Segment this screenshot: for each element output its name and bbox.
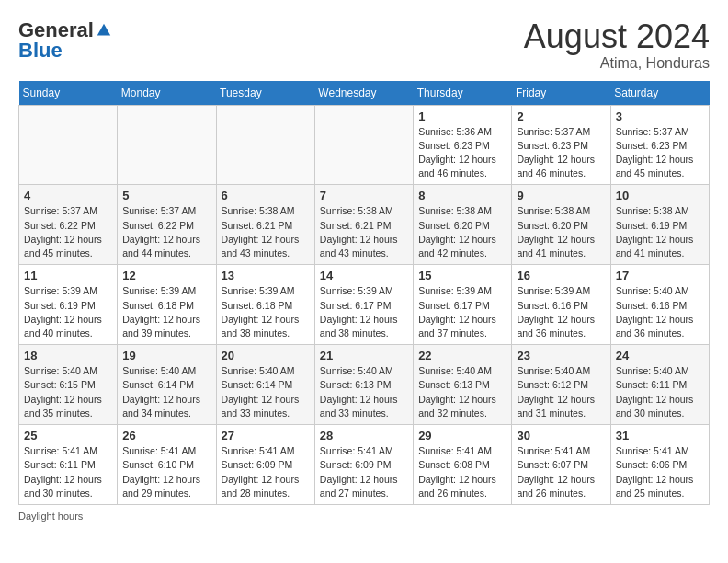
calendar-week-3: 11Sunrise: 5:39 AM Sunset: 6:19 PM Dayli…	[19, 265, 710, 345]
day-info: Sunrise: 5:40 AM Sunset: 6:14 PM Dayligh…	[122, 364, 210, 420]
logo-icon	[96, 22, 112, 39]
svg-marker-0	[97, 24, 110, 36]
day-info: Sunrise: 5:40 AM Sunset: 6:16 PM Dayligh…	[616, 284, 704, 340]
page-header: General Blue August 2024 Atima, Honduras	[18, 18, 710, 72]
day-number: 24	[616, 349, 704, 362]
day-number: 7	[320, 189, 408, 202]
day-number: 16	[517, 269, 605, 282]
day-number: 8	[418, 189, 506, 202]
day-info: Sunrise: 5:40 AM Sunset: 6:14 PM Dayligh…	[222, 364, 310, 420]
calendar-cell: 29Sunrise: 5:41 AM Sunset: 6:08 PM Dayli…	[414, 425, 512, 505]
location-subtitle: Atima, Honduras	[524, 55, 710, 72]
day-info: Sunrise: 5:41 AM Sunset: 6:10 PM Dayligh…	[122, 444, 210, 500]
calendar-cell	[19, 105, 118, 185]
footer: Daylight hours	[18, 511, 710, 522]
weekday-header-row: SundayMondayTuesdayWednesdayThursdayFrid…	[19, 81, 710, 106]
day-number: 23	[517, 349, 605, 362]
day-info: Sunrise: 5:36 AM Sunset: 6:23 PM Dayligh…	[418, 125, 506, 181]
weekday-header-thursday: Thursday	[414, 81, 512, 106]
day-info: Sunrise: 5:39 AM Sunset: 6:17 PM Dayligh…	[418, 284, 506, 340]
day-number: 15	[418, 269, 506, 282]
calendar-cell: 26Sunrise: 5:41 AM Sunset: 6:10 PM Dayli…	[118, 425, 216, 505]
calendar-week-2: 4Sunrise: 5:37 AM Sunset: 6:22 PM Daylig…	[19, 185, 710, 265]
day-number: 3	[616, 109, 704, 123]
day-number: 21	[320, 349, 408, 362]
day-info: Sunrise: 5:41 AM Sunset: 6:08 PM Dayligh…	[418, 444, 506, 500]
day-number: 25	[24, 429, 112, 442]
day-number: 31	[616, 429, 704, 442]
day-info: Sunrise: 5:39 AM Sunset: 6:17 PM Dayligh…	[320, 284, 408, 340]
day-info: Sunrise: 5:39 AM Sunset: 6:18 PM Dayligh…	[122, 284, 210, 340]
day-info: Sunrise: 5:37 AM Sunset: 6:22 PM Dayligh…	[122, 204, 210, 260]
day-number: 19	[122, 349, 210, 362]
weekday-header-monday: Monday	[118, 81, 216, 106]
day-number: 4	[24, 189, 112, 202]
calendar-cell: 4Sunrise: 5:37 AM Sunset: 6:22 PM Daylig…	[19, 185, 118, 265]
day-number: 27	[222, 429, 310, 442]
calendar-cell: 9Sunrise: 5:38 AM Sunset: 6:20 PM Daylig…	[512, 185, 610, 265]
calendar-cell: 13Sunrise: 5:39 AM Sunset: 6:18 PM Dayli…	[216, 265, 314, 345]
day-info: Sunrise: 5:41 AM Sunset: 6:06 PM Dayligh…	[616, 444, 704, 500]
day-info: Sunrise: 5:38 AM Sunset: 6:19 PM Dayligh…	[616, 204, 704, 260]
calendar-cell: 27Sunrise: 5:41 AM Sunset: 6:09 PM Dayli…	[216, 425, 314, 505]
day-number: 29	[418, 429, 506, 442]
month-year-title: August 2024	[524, 18, 710, 55]
calendar-cell: 23Sunrise: 5:40 AM Sunset: 6:12 PM Dayli…	[512, 345, 610, 425]
calendar-cell: 21Sunrise: 5:40 AM Sunset: 6:13 PM Dayli…	[314, 345, 413, 425]
day-info: Sunrise: 5:37 AM Sunset: 6:23 PM Dayligh…	[616, 125, 704, 181]
calendar-week-5: 25Sunrise: 5:41 AM Sunset: 6:11 PM Dayli…	[19, 425, 710, 505]
day-number: 9	[517, 189, 605, 202]
calendar-cell: 22Sunrise: 5:40 AM Sunset: 6:13 PM Dayli…	[414, 345, 512, 425]
day-number: 22	[418, 349, 506, 362]
calendar-cell: 10Sunrise: 5:38 AM Sunset: 6:19 PM Dayli…	[610, 185, 709, 265]
calendar-week-4: 18Sunrise: 5:40 AM Sunset: 6:15 PM Dayli…	[19, 345, 710, 425]
calendar-cell: 7Sunrise: 5:38 AM Sunset: 6:21 PM Daylig…	[314, 185, 413, 265]
day-info: Sunrise: 5:38 AM Sunset: 6:21 PM Dayligh…	[320, 204, 408, 260]
day-info: Sunrise: 5:39 AM Sunset: 6:18 PM Dayligh…	[222, 284, 310, 340]
calendar-week-1: 1Sunrise: 5:36 AM Sunset: 6:23 PM Daylig…	[19, 105, 710, 185]
calendar-cell	[118, 105, 216, 185]
day-info: Sunrise: 5:41 AM Sunset: 6:11 PM Dayligh…	[24, 444, 112, 500]
calendar-cell: 8Sunrise: 5:38 AM Sunset: 6:20 PM Daylig…	[414, 185, 512, 265]
day-info: Sunrise: 5:40 AM Sunset: 6:15 PM Dayligh…	[24, 364, 112, 420]
day-number: 14	[320, 269, 408, 282]
calendar-cell: 24Sunrise: 5:40 AM Sunset: 6:11 PM Dayli…	[610, 345, 709, 425]
calendar-cell: 15Sunrise: 5:39 AM Sunset: 6:17 PM Dayli…	[414, 265, 512, 345]
day-number: 1	[418, 109, 506, 123]
day-info: Sunrise: 5:40 AM Sunset: 6:13 PM Dayligh…	[418, 364, 506, 420]
calendar-cell: 18Sunrise: 5:40 AM Sunset: 6:15 PM Dayli…	[19, 345, 118, 425]
calendar-cell	[314, 105, 413, 185]
calendar-cell: 12Sunrise: 5:39 AM Sunset: 6:18 PM Dayli…	[118, 265, 216, 345]
weekday-header-saturday: Saturday	[610, 81, 709, 106]
calendar-cell: 3Sunrise: 5:37 AM Sunset: 6:23 PM Daylig…	[610, 105, 709, 185]
day-number: 13	[222, 269, 310, 282]
calendar-cell: 31Sunrise: 5:41 AM Sunset: 6:06 PM Dayli…	[610, 425, 709, 505]
calendar-cell: 16Sunrise: 5:39 AM Sunset: 6:16 PM Dayli…	[512, 265, 610, 345]
day-info: Sunrise: 5:39 AM Sunset: 6:16 PM Dayligh…	[517, 284, 605, 340]
month-title-block: August 2024 Atima, Honduras	[524, 18, 710, 72]
day-number: 11	[24, 269, 112, 282]
weekday-header-friday: Friday	[512, 81, 610, 106]
day-info: Sunrise: 5:40 AM Sunset: 6:12 PM Dayligh…	[517, 364, 605, 420]
day-number: 18	[24, 349, 112, 362]
calendar-cell: 28Sunrise: 5:41 AM Sunset: 6:09 PM Dayli…	[314, 425, 413, 505]
calendar-cell: 5Sunrise: 5:37 AM Sunset: 6:22 PM Daylig…	[118, 185, 216, 265]
weekday-header-wednesday: Wednesday	[314, 81, 413, 106]
day-number: 28	[320, 429, 408, 442]
day-number: 26	[122, 429, 210, 442]
day-info: Sunrise: 5:41 AM Sunset: 6:09 PM Dayligh…	[222, 444, 310, 500]
calendar-cell: 6Sunrise: 5:38 AM Sunset: 6:21 PM Daylig…	[216, 185, 314, 265]
day-info: Sunrise: 5:37 AM Sunset: 6:23 PM Dayligh…	[517, 125, 605, 181]
calendar-cell: 30Sunrise: 5:41 AM Sunset: 6:07 PM Dayli…	[512, 425, 610, 505]
day-info: Sunrise: 5:40 AM Sunset: 6:13 PM Dayligh…	[320, 364, 408, 420]
weekday-header-tuesday: Tuesday	[216, 81, 314, 106]
day-info: Sunrise: 5:38 AM Sunset: 6:20 PM Dayligh…	[418, 204, 506, 260]
day-number: 12	[122, 269, 210, 282]
day-info: Sunrise: 5:41 AM Sunset: 6:09 PM Dayligh…	[320, 444, 408, 500]
day-number: 5	[122, 189, 210, 202]
calendar-cell: 2Sunrise: 5:37 AM Sunset: 6:23 PM Daylig…	[512, 105, 610, 185]
calendar-table: SundayMondayTuesdayWednesdayThursdayFrid…	[18, 81, 710, 505]
weekday-header-sunday: Sunday	[19, 81, 118, 106]
calendar-cell	[216, 105, 314, 185]
calendar-cell: 19Sunrise: 5:40 AM Sunset: 6:14 PM Dayli…	[118, 345, 216, 425]
